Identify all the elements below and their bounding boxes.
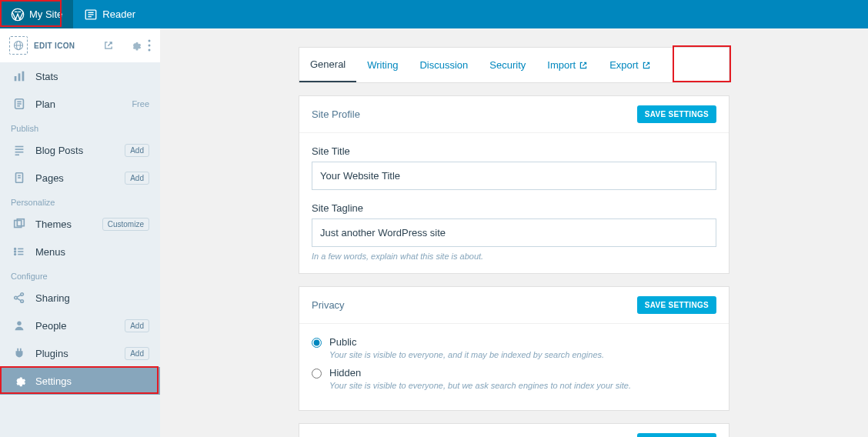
privacy-public-radio[interactable] bbox=[312, 338, 322, 348]
svg-rect-12 bbox=[18, 73, 21, 81]
site-tagline-label: Site Tagline bbox=[312, 202, 716, 214]
save-settings-button[interactable]: SAVE SETTINGS bbox=[637, 433, 716, 437]
plan-icon bbox=[11, 97, 28, 111]
tab-export-label: Export bbox=[609, 59, 639, 71]
sidebar-item-blog-posts[interactable]: Blog Posts Add bbox=[0, 136, 160, 164]
menus-icon bbox=[11, 245, 28, 259]
sidebar-item-stats[interactable]: Stats bbox=[0, 62, 160, 90]
sidebar-item-menus[interactable]: Menus bbox=[0, 238, 160, 265]
people-label: People bbox=[35, 320, 125, 332]
svg-point-9 bbox=[149, 45, 151, 47]
privacy-title: Privacy bbox=[312, 299, 345, 311]
svg-rect-11 bbox=[15, 76, 17, 81]
privacy-hidden-desc: Your site is visible to everyone, but we… bbox=[329, 381, 631, 390]
section-publish: Publish bbox=[0, 118, 160, 136]
reader-icon bbox=[84, 8, 98, 22]
site-title-input[interactable] bbox=[312, 162, 716, 190]
menus-label: Menus bbox=[35, 246, 149, 258]
themes-label: Themes bbox=[35, 218, 102, 230]
topbar: My Site Reader bbox=[0, 0, 868, 28]
tab-writing[interactable]: Writing bbox=[356, 48, 409, 82]
privacy-public-label: Public bbox=[329, 336, 604, 348]
pages-label: Pages bbox=[35, 172, 125, 184]
privacy-hidden-label: Hidden bbox=[329, 367, 631, 379]
sidebar-item-pages[interactable]: Pages Add bbox=[0, 164, 160, 192]
site-profile-title: Site Profile bbox=[312, 108, 360, 120]
svg-point-33 bbox=[15, 296, 18, 299]
pages-add-button[interactable]: Add bbox=[125, 172, 149, 185]
section-personalize: Personalize bbox=[0, 192, 160, 210]
gear-icon bbox=[11, 374, 28, 388]
tab-security[interactable]: Security bbox=[479, 48, 536, 82]
svg-line-36 bbox=[17, 295, 21, 297]
tagline-hint: In a few words, explain what this site i… bbox=[312, 252, 716, 261]
people-icon bbox=[11, 319, 28, 332]
sidebar-item-sharing[interactable]: Sharing bbox=[0, 284, 160, 312]
plugins-label: Plugins bbox=[35, 348, 125, 359]
people-add-button[interactable]: Add bbox=[125, 319, 149, 332]
site-tagline-input[interactable] bbox=[312, 218, 716, 247]
card-site-profile: Site Profile SAVE SETTINGS Site Title Si… bbox=[299, 95, 729, 274]
external-link-icon[interactable] bbox=[103, 40, 114, 51]
site-title: EDIT ICON bbox=[34, 42, 103, 50]
sidebar-item-themes[interactable]: Themes Customize bbox=[0, 210, 160, 238]
tab-discussion-label: Discussion bbox=[419, 59, 468, 71]
site-header: EDIT ICON bbox=[0, 28, 160, 62]
card-privacy: Privacy SAVE SETTINGS Public Your site i… bbox=[299, 286, 729, 411]
customize-button[interactable]: Customize bbox=[102, 218, 149, 231]
tab-import-label: Import bbox=[547, 59, 576, 71]
gear-icon[interactable] bbox=[129, 39, 142, 52]
sharing-icon bbox=[11, 291, 28, 305]
settings-label: Settings bbox=[35, 375, 149, 387]
privacy-public-desc: Your site is visible to everyone, and it… bbox=[329, 350, 604, 359]
sidebar: EDIT ICON Stats Plan Free Publish Blog P… bbox=[0, 28, 160, 437]
blog-posts-label: Blog Posts bbox=[35, 145, 125, 156]
svg-point-8 bbox=[149, 40, 151, 42]
tab-writing-label: Writing bbox=[367, 59, 398, 71]
svg-point-38 bbox=[17, 322, 21, 325]
site-actions bbox=[129, 39, 151, 52]
sidebar-item-plan[interactable]: Plan Free bbox=[0, 90, 160, 118]
svg-point-29 bbox=[15, 254, 16, 255]
tab-general-label: General bbox=[310, 58, 346, 70]
privacy-hidden-radio[interactable] bbox=[312, 369, 322, 379]
themes-icon bbox=[11, 217, 28, 231]
topbar-my-site-label: My Site bbox=[29, 8, 62, 20]
stats-label: Stats bbox=[35, 71, 149, 82]
tab-security-label: Security bbox=[489, 59, 526, 71]
svg-rect-13 bbox=[22, 72, 25, 82]
settings-tabs: General Writing Discussion Security Impo… bbox=[299, 47, 729, 83]
plugins-add-button[interactable]: Add bbox=[125, 347, 149, 360]
plugins-icon bbox=[11, 346, 28, 360]
main-content: General Writing Discussion Security Impo… bbox=[160, 28, 868, 437]
sidebar-item-people[interactable]: People Add bbox=[0, 312, 160, 339]
card-related-posts: Related Posts SAVE SETTINGS Hide related… bbox=[299, 423, 729, 437]
tab-discussion[interactable]: Discussion bbox=[409, 48, 479, 82]
sidebar-item-settings[interactable]: Settings bbox=[0, 367, 160, 395]
wordpress-icon bbox=[11, 8, 25, 22]
stats-icon bbox=[11, 69, 28, 83]
highlight-export bbox=[673, 45, 731, 82]
tab-export[interactable]: Export bbox=[599, 48, 662, 82]
svg-line-37 bbox=[17, 299, 21, 301]
posts-icon bbox=[11, 143, 28, 157]
svg-point-34 bbox=[21, 293, 24, 296]
sharing-label: Sharing bbox=[35, 292, 149, 304]
tab-import[interactable]: Import bbox=[536, 48, 599, 82]
topbar-my-site[interactable]: My Site bbox=[0, 0, 73, 28]
site-title-label: Site Title bbox=[312, 145, 716, 157]
kebab-icon[interactable] bbox=[148, 39, 151, 52]
external-link-icon bbox=[642, 61, 651, 70]
svg-point-35 bbox=[21, 300, 24, 303]
site-icon-placeholder[interactable] bbox=[9, 36, 28, 55]
blog-posts-add-button[interactable]: Add bbox=[125, 144, 149, 157]
svg-point-10 bbox=[149, 49, 151, 52]
sidebar-item-plugins[interactable]: Plugins Add bbox=[0, 339, 160, 367]
topbar-reader[interactable]: Reader bbox=[73, 0, 146, 28]
plan-label: Plan bbox=[35, 98, 132, 110]
save-settings-button[interactable]: SAVE SETTINGS bbox=[637, 105, 716, 123]
save-settings-button[interactable]: SAVE SETTINGS bbox=[637, 296, 716, 314]
tab-general[interactable]: General bbox=[299, 48, 356, 82]
pages-icon bbox=[11, 171, 28, 185]
svg-point-28 bbox=[15, 251, 16, 252]
